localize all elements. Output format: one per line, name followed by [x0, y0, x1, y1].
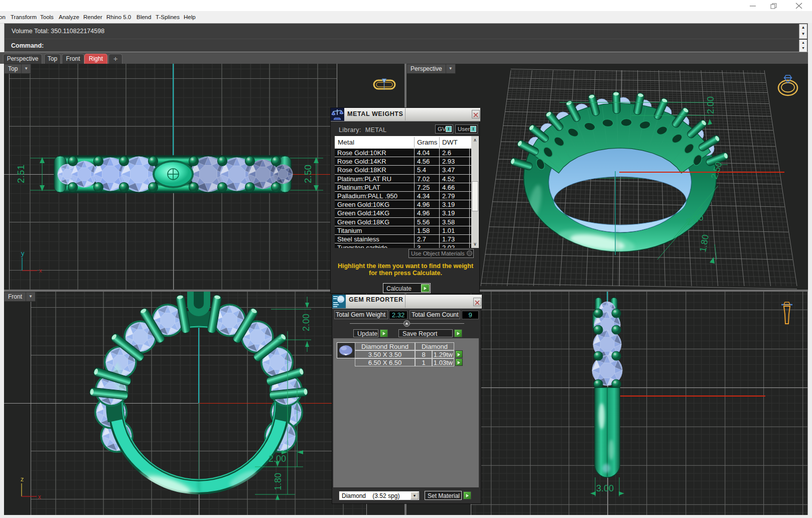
svg-text:1.80: 1.80 — [273, 473, 283, 490]
svg-text:2.00: 2.00 — [301, 314, 311, 331]
svg-text:1.80: 1.80 — [698, 234, 711, 253]
svg-text:2.50: 2.50 — [303, 165, 313, 183]
svg-text:3.00: 3.00 — [596, 483, 614, 493]
svg-text:2.00: 2.00 — [706, 96, 716, 114]
svg-text:z: z — [21, 475, 24, 483]
svg-text:y: y — [21, 249, 25, 257]
svg-text:x: x — [38, 493, 41, 500]
svg-text:2.51: 2.51 — [16, 165, 26, 183]
svg-text:x: x — [39, 268, 42, 274]
